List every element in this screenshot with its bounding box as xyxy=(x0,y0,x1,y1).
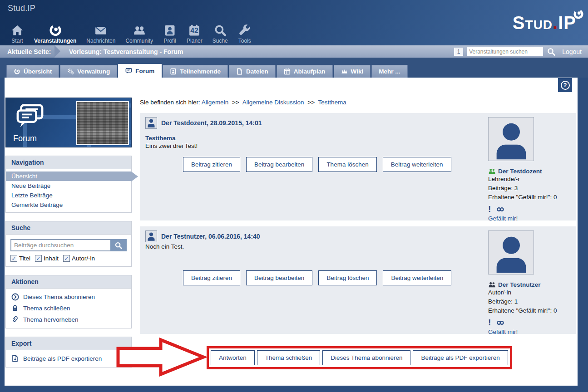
delete-post-button[interactable]: Beitrag löschen xyxy=(318,270,377,285)
tab-verwaltung[interactable]: Verwaltung xyxy=(60,65,117,78)
edit-post-button[interactable]: Beitrag bearbeiten xyxy=(246,157,312,172)
nav-item-planer[interactable]: 42 Planer xyxy=(182,23,208,44)
seminar-swirl-icon xyxy=(49,23,62,37)
sidebar-item-gemerkte-beitraege[interactable]: Gemerkte Beiträge xyxy=(6,200,131,210)
nav-item-profil[interactable]: Profil xyxy=(158,23,182,44)
tab-label: Mehr ... xyxy=(379,68,400,75)
file-icon xyxy=(236,68,243,75)
search-box: Suche ✓ Titel ✓ Inhalt xyxy=(5,221,132,267)
filter-autor[interactable]: ✓ Autor/-in xyxy=(63,255,95,262)
course-search-icon[interactable] xyxy=(547,47,556,56)
filter-label: Autor/-in xyxy=(72,255,95,262)
sidebar-item-letzte-beitraege[interactable]: Letzte Beiträge xyxy=(6,191,131,200)
sidebar-item-uebersicht[interactable]: Übersicht xyxy=(6,172,131,181)
checkbox-checked-icon[interactable]: ✓ xyxy=(10,255,17,262)
tab-teilnehmende[interactable]: Teilnehmende xyxy=(163,65,228,78)
like-link[interactable]: Gefällt mir! xyxy=(488,328,518,335)
actions-box: Aktionen Dieses Thema abonnieren Thema s… xyxy=(5,275,132,328)
action-label: Thema hervorheben xyxy=(23,316,79,323)
permalink-chain-icon[interactable] xyxy=(496,320,504,326)
filter-inhalt[interactable]: ✓ Inhalt xyxy=(35,255,59,262)
bottom-action-row: Antworten Thema schließen Dieses Thema a… xyxy=(140,340,576,385)
actions-box-title: Aktionen xyxy=(6,275,131,289)
studip-logo: Stud.IP xyxy=(513,14,576,32)
action-highlight-topic[interactable]: Thema hervorheben xyxy=(6,314,131,325)
logo-dot: . xyxy=(553,13,558,33)
post-search-button[interactable] xyxy=(110,239,127,251)
tab-ablaufplan[interactable]: Ablaufplan xyxy=(277,65,333,78)
forum-main: Sie befinden sich hier: Allgemein >> All… xyxy=(140,98,576,385)
quote-post-button[interactable]: Beitrag zitieren xyxy=(183,157,240,172)
nav-label: Start xyxy=(11,38,23,44)
location-link-testthema[interactable]: Testthema xyxy=(318,99,346,106)
action-label: Dieses Thema abonnieren xyxy=(23,294,95,300)
tab-wiki[interactable]: Wiki xyxy=(334,65,371,78)
main-navigation: Start Veranstaltungen Nachrichten xyxy=(5,23,257,44)
author-avatar-icon[interactable] xyxy=(145,230,157,242)
author-avatar-image[interactable] xyxy=(488,117,534,161)
nav-item-veranstaltungen[interactable]: Veranstaltungen xyxy=(29,23,81,44)
tab-uebersicht[interactable]: Übersicht xyxy=(6,65,59,78)
gears-icon xyxy=(67,68,74,75)
post-author-date[interactable]: Der Testdozent, 28.09.2015, 14:01 xyxy=(161,119,262,127)
nav-item-suche[interactable]: Suche xyxy=(208,23,233,44)
forward-post-button[interactable]: Beitrag weiterleiten xyxy=(383,270,451,285)
location-link-allgemein[interactable]: Allgemein xyxy=(202,99,228,106)
author-avatar-icon[interactable] xyxy=(145,117,157,129)
tab-mehr[interactable]: Mehr ... xyxy=(371,65,407,78)
action-subscribe-topic[interactable]: Dieses Thema abonnieren xyxy=(6,291,131,303)
help-button[interactable]: ? xyxy=(558,78,572,92)
report-exclamation-icon[interactable]: ! xyxy=(488,205,491,213)
permalink-chain-icon[interactable] xyxy=(496,206,504,212)
quote-post-button[interactable]: Beitrag zitieren xyxy=(183,270,240,285)
tab-dateien[interactable]: Dateien xyxy=(229,65,276,78)
location-separator: >> xyxy=(232,99,239,106)
sidebar-title: Forum xyxy=(13,134,37,143)
action-export-pdf[interactable]: Beiträge als PDF exportieren xyxy=(6,353,131,364)
reply-button[interactable]: Antworten xyxy=(211,350,255,365)
tab-label: Dateien xyxy=(246,68,268,75)
breadcrumb-chevron-icon xyxy=(54,45,60,57)
location-link-diskussion[interactable]: Allgemeine Diskussion xyxy=(242,99,304,106)
shortcut-badge[interactable]: 1 xyxy=(454,48,463,56)
actions-list: Dieses Thema abonnieren Thema schließen … xyxy=(6,289,131,328)
author-panel: Der Testnutzer Autor/-in Beiträge: 1 Erh… xyxy=(488,230,573,336)
filter-titel[interactable]: ✓ Titel xyxy=(10,255,30,262)
nav-item-start[interactable]: Start xyxy=(5,23,29,44)
delete-topic-button[interactable]: Thema löschen xyxy=(318,157,376,172)
forward-post-button[interactable]: Beitrag weiterleiten xyxy=(383,157,451,172)
sidebar-item-neue-beitraege[interactable]: Neue Beiträge xyxy=(6,181,131,191)
author-avatar-image[interactable] xyxy=(488,230,534,274)
tab-label: Teilnehmende xyxy=(180,68,221,75)
tab-forum[interactable]: Forum xyxy=(118,64,162,78)
close-topic-button[interactable]: Thema schließen xyxy=(257,350,321,365)
tab-label: Übersicht xyxy=(24,68,52,75)
nav-item-nachrichten[interactable]: Nachrichten xyxy=(81,23,120,44)
edit-post-button[interactable]: Beitrag bearbeiten xyxy=(246,270,312,285)
logout-link[interactable]: Logout xyxy=(562,48,582,55)
author-profile-link[interactable]: Der Testnutzer xyxy=(498,281,541,288)
search-icon xyxy=(213,23,227,37)
subscribe-topic-button[interactable]: Dieses Thema abonnieren xyxy=(322,350,410,365)
wrench-icon xyxy=(238,23,252,37)
course-search-input[interactable] xyxy=(467,47,543,56)
post-action-icons: ! xyxy=(488,318,573,327)
logo-text-left: Stud xyxy=(513,13,553,33)
profile-card-icon xyxy=(163,23,177,37)
checkbox-checked-icon[interactable]: ✓ xyxy=(63,255,70,262)
nav-label: Profil xyxy=(163,38,176,44)
like-link[interactable]: Gefällt mir! xyxy=(488,215,518,222)
tab-label: Ablaufplan xyxy=(294,68,326,75)
post-search-input[interactable] xyxy=(10,239,110,251)
report-exclamation-icon[interactable]: ! xyxy=(488,318,491,327)
export-pdf-button[interactable]: Beiträge als PDF exportieren xyxy=(413,350,508,365)
checkbox-checked-icon[interactable]: ✓ xyxy=(35,255,42,262)
nav-item-community[interactable]: Community xyxy=(120,23,158,44)
author-profile-link[interactable]: Der Testdozent xyxy=(498,168,542,175)
nav-item-tools[interactable]: Tools xyxy=(233,23,257,44)
post-author-date[interactable]: Der Testnutzer, 06.06.2016, 14:40 xyxy=(161,233,260,240)
post-button-row: Beitrag zitieren Beitrag bearbeiten Them… xyxy=(183,157,451,172)
tab-label: Wiki xyxy=(351,68,364,75)
page-title: Vorlesung: Testveranstaltung - Forum xyxy=(69,48,183,55)
action-close-topic[interactable]: Thema schließen xyxy=(6,303,131,314)
